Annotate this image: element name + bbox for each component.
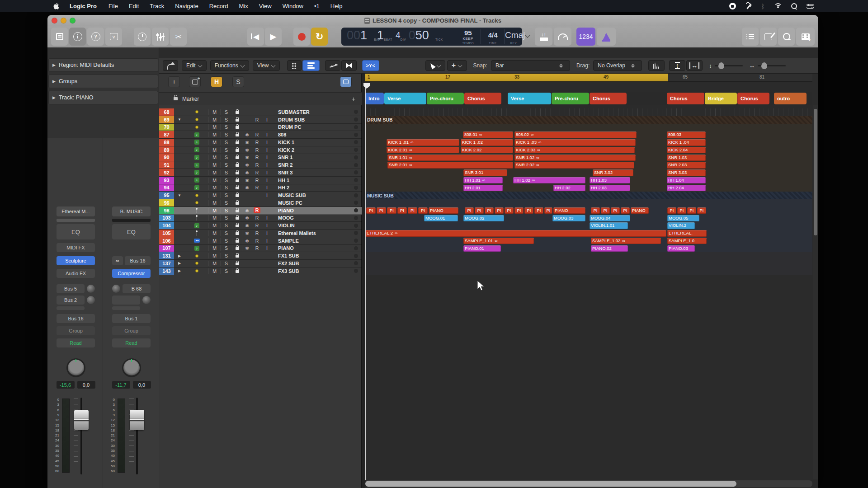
lock-button[interactable] <box>232 147 242 153</box>
horizontal-fit-button[interactable]: ↔ <box>686 60 703 71</box>
menu-item-edit[interactable]: Edit <box>123 3 144 9</box>
input-monitor-button[interactable]: I <box>262 155 272 160</box>
region-kick-1-04[interactable]: KICK 1 .04 <box>667 139 706 146</box>
plugin-slot-active[interactable]: Sculpture <box>57 256 95 265</box>
rewind-button[interactable]: ◀ <box>247 28 264 46</box>
menu-item-help[interactable]: Help <box>325 3 348 9</box>
mixer-button[interactable] <box>152 28 169 46</box>
marker-track-header[interactable]: Marker + <box>159 92 362 105</box>
input-monitor-button[interactable]: I <box>262 215 272 221</box>
track-row-hh-1[interactable]: 93♪MS❄RIHH 1 <box>159 177 362 184</box>
mute-button[interactable]: M <box>208 117 220 122</box>
solo-button[interactable]: S <box>220 162 232 168</box>
input-monitor-button[interactable]: I <box>262 117 272 122</box>
solo-button[interactable]: S <box>220 185 232 190</box>
region-pi[interactable]: PI <box>408 207 417 214</box>
solo-button[interactable]: S <box>220 268 232 274</box>
track-row-fx2-sub[interactable]: 137▶MSFX2 SUB <box>159 260 362 267</box>
region-pi[interactable]: PI <box>485 207 494 214</box>
pan-knob[interactable] <box>122 358 141 377</box>
arrangement-marker-chorus[interactable]: Chorus <box>667 93 704 104</box>
region-pi[interactable]: PI <box>495 207 504 214</box>
lock-button[interactable] <box>232 109 242 115</box>
region-hh-2-02[interactable]: HH 2.02 <box>553 185 585 192</box>
solo-button[interactable]: S <box>220 200 232 206</box>
region-hh-2-01[interactable]: HH 2.01 <box>463 185 503 192</box>
mute-button[interactable]: M <box>208 155 220 160</box>
region-snr-2-02[interactable]: SNR 2.02∞ <box>514 162 634 169</box>
mute-button[interactable]: M <box>208 109 220 115</box>
region-moog-03[interactable]: MOOG.03 <box>552 215 585 222</box>
record-enable-button[interactable]: R <box>252 207 262 213</box>
vertical-auto-zoom-button[interactable]: ↕ <box>669 60 685 71</box>
library-button[interactable] <box>51 28 68 46</box>
editors-button[interactable]: ✂ <box>170 28 187 46</box>
track-row-808[interactable]: 87♪MS❄RI808 <box>159 131 362 139</box>
arrangement-marker-bridge[interactable]: Bridge <box>705 93 737 104</box>
record-button[interactable] <box>293 28 310 46</box>
region-kick-1-02[interactable]: KICK 1 .02 <box>461 139 513 146</box>
region-kick-2-01[interactable]: KICK 2.01∞ <box>387 147 459 154</box>
region-sample-1-01[interactable]: SAMPLE_1.01∞ <box>463 238 534 244</box>
input-monitor-button[interactable]: I <box>262 140 272 145</box>
track-row-piano[interactable]: 107♪MS❄RIPIANO <box>159 245 362 253</box>
note-pads-button[interactable] <box>760 28 777 46</box>
lock-button[interactable] <box>232 170 242 175</box>
mute-button[interactable]: M <box>208 215 220 221</box>
scrollbar-thumb[interactable] <box>365 481 736 487</box>
automation-mode-slot[interactable]: Read <box>57 338 95 347</box>
region-hh-1-03[interactable]: HH 1.03 <box>590 177 630 184</box>
region-808-02[interactable]: 808.02∞ <box>514 131 637 138</box>
input-monitor-button[interactable]: I <box>262 185 272 190</box>
pointer-tool-button[interactable] <box>425 60 445 71</box>
lock-button[interactable] <box>232 178 242 183</box>
track-row-snr-2[interactable]: 91♪MS❄RISNR 2 <box>159 161 362 169</box>
smart-controls-button[interactable] <box>134 28 151 46</box>
catch-playhead-button[interactable]: >Y< <box>362 60 379 71</box>
track-row-moog[interactable]: 103MS❄RIMOOG <box>159 215 362 222</box>
stack-summary-music-sub[interactable]: MUSIC SUB <box>365 192 812 199</box>
record-enable-button[interactable]: R <box>252 223 262 228</box>
send-bus-slot[interactable] <box>112 296 140 305</box>
input-monitor-button[interactable]: I <box>262 162 272 168</box>
hide-tracks-button[interactable]: H <box>211 76 222 87</box>
lock-button[interactable] <box>232 162 242 168</box>
region-pi[interactable]: PI <box>677 207 686 214</box>
track-row-submaster[interactable]: 68MSSUBMASTER <box>159 108 362 116</box>
region-pi[interactable]: PI <box>505 207 514 214</box>
control-center-icon[interactable] <box>807 4 814 9</box>
region-hh-1-02[interactable]: HH 1.02∞ <box>513 177 585 184</box>
send-slot[interactable] <box>108 296 155 305</box>
record-enable-button[interactable]: R <box>252 132 262 137</box>
solo-button[interactable]: S <box>220 140 232 145</box>
record-enable-button[interactable]: R <box>252 170 262 175</box>
minimize-button[interactable] <box>61 18 66 23</box>
region-snr-3-03[interactable]: SNR 3.03 <box>667 169 706 176</box>
input-monitor-button[interactable]: I <box>262 192 272 198</box>
track-row-hh-2[interactable]: 94♪MS❄RIHH 2 <box>159 184 362 192</box>
send-slot[interactable]: Bus 5 <box>52 284 99 293</box>
track-row-fx3-sub[interactable]: 143▶MSFX3 SUB <box>159 267 362 275</box>
arrangement-marker-chorus[interactable]: Chorus <box>737 93 769 104</box>
region-kick-2-03[interactable]: KICK 2.03∞ <box>514 147 635 154</box>
mute-button[interactable]: M <box>208 253 220 258</box>
bluetooth-icon[interactable]: ᛒ <box>761 3 765 9</box>
region-808-01[interactable]: 808.01∞ <box>463 131 513 138</box>
mute-button[interactable]: M <box>208 132 220 137</box>
fader-handle[interactable] <box>74 410 89 430</box>
mute-button[interactable]: M <box>208 261 220 266</box>
solo-button[interactable]: S <box>220 215 232 221</box>
region-pi[interactable]: PI <box>611 207 620 214</box>
send-knob[interactable] <box>142 296 151 304</box>
region-inspector-header[interactable]: ▶Region: MIDI Defaults <box>48 58 158 72</box>
region-pi[interactable]: PI <box>544 207 552 214</box>
lock-button[interactable] <box>232 208 242 213</box>
track-row-drum-sub[interactable]: 69▼MSRIDRUM SUB <box>159 116 362 124</box>
region-pi[interactable]: PI <box>697 207 706 214</box>
solo-button[interactable]: S <box>220 124 232 130</box>
lock-button[interactable] <box>232 261 242 266</box>
lock-button[interactable] <box>232 245 242 251</box>
region-moog-02[interactable]: MOOG.02 <box>463 215 504 222</box>
mute-button[interactable]: M <box>208 192 220 198</box>
input-monitor-button[interactable]: I <box>262 170 272 175</box>
